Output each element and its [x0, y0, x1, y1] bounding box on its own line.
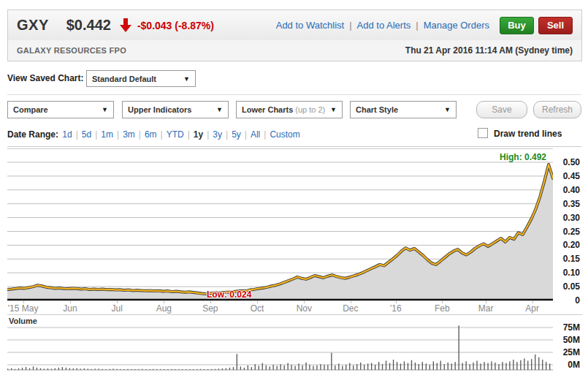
header-link-add-to-watchlist[interactable]: Add to Watchlist: [276, 20, 344, 31]
month-label: Sep: [202, 303, 218, 314]
volume-axis-label: 75M: [554, 322, 580, 333]
header-link-manage-orders[interactable]: Manage Orders: [424, 20, 489, 31]
quote-timestamp: Thu 21 Apr 2016 11:14 AM (Sydney time): [405, 45, 573, 56]
buy-button[interactable]: Buy: [500, 17, 534, 34]
compare-select[interactable]: Compare ▼: [7, 101, 114, 118]
month-label: Oct: [251, 303, 264, 314]
date-range-label: Date Range:: [7, 129, 58, 140]
last-price: $0.442: [66, 17, 111, 34]
chevron-down-icon: ▼: [183, 75, 190, 83]
price-axis-label: 0.30: [554, 213, 580, 223]
price-axis-label: 0.40: [554, 185, 580, 195]
range-separator: |: [226, 129, 228, 140]
price-down-arrow-icon: [120, 18, 131, 32]
sell-button[interactable]: Sell: [538, 17, 573, 34]
month-tick: [396, 300, 397, 303]
link-separator: |: [416, 20, 418, 31]
divider: [7, 314, 582, 315]
range-6m[interactable]: 6m: [145, 129, 157, 140]
quote-row: GXY $0.442 -$0.043 (-8.87%) Add to Watch…: [8, 10, 581, 41]
range-1y[interactable]: 1y: [194, 129, 203, 140]
divider: [7, 146, 581, 147]
upper-indicators-select[interactable]: Upper Indicators ▼: [122, 101, 229, 118]
upper-indicators-label: Upper Indicators: [128, 105, 191, 114]
price-chart[interactable]: [7, 148, 553, 301]
month-tick: [442, 300, 443, 303]
save-button[interactable]: Save: [476, 101, 527, 118]
price-axis-label: 0.20: [554, 240, 580, 250]
month-tick: [210, 300, 211, 303]
month-label: Jul: [111, 303, 122, 314]
month-label: Dec: [343, 303, 358, 314]
month-tick: [351, 300, 351, 303]
chevron-down-icon: ▼: [330, 106, 337, 113]
refresh-button[interactable]: Refresh: [533, 101, 581, 118]
view-saved-chart-label: View Saved Chart:: [7, 73, 83, 83]
month-label: Mar: [478, 303, 494, 314]
header-link-add-to-alerts[interactable]: Add to Alerts: [357, 20, 411, 31]
range-1d[interactable]: 1d: [62, 129, 72, 140]
quote-actions: Add to Watchlist|Add to Alerts|Manage Or…: [276, 20, 489, 31]
range-All[interactable]: All: [251, 129, 260, 140]
compare-label: Compare: [13, 105, 48, 114]
range-3y[interactable]: 3y: [213, 129, 222, 140]
link-separator: |: [349, 20, 351, 31]
range-Custom[interactable]: Custom: [270, 129, 299, 140]
lower-charts-select[interactable]: Lower Charts (up to 2) ▼: [236, 101, 343, 118]
month-tick: [117, 300, 118, 303]
range-separator: |: [95, 129, 97, 140]
chevron-down-icon: ▼: [216, 106, 223, 113]
month-tick: [23, 300, 24, 303]
range-separator: |: [117, 129, 119, 140]
chart-style-select[interactable]: Chart Style ▼: [350, 101, 457, 118]
range-5d[interactable]: 5d: [82, 129, 91, 140]
company-name: GALAXY RESOURCES FPO: [17, 46, 126, 55]
range-1m[interactable]: 1m: [101, 129, 113, 140]
price-axis-label: 0.10: [554, 268, 580, 278]
month-tick: [70, 300, 71, 303]
month-label: Feb: [435, 303, 450, 314]
price-axis-label: 0.15: [554, 254, 580, 264]
range-YTD[interactable]: YTD: [167, 129, 184, 140]
chevron-down-icon: ▼: [102, 106, 108, 113]
range-separator: |: [207, 129, 209, 140]
volume-axis-label: 50M: [554, 335, 580, 345]
range-separator: |: [139, 129, 141, 140]
month-label: '16: [390, 303, 402, 314]
stock-chart-page: GXY $0.442 -$0.043 (-8.87%) Add to Watch…: [0, 0, 588, 375]
month-tick: [257, 300, 258, 303]
month-label: Apr: [525, 303, 539, 314]
month-label: Aug: [156, 303, 172, 314]
range-separator: |: [161, 129, 163, 140]
price-change: -$0.043 (-8.87%): [137, 20, 214, 31]
volume-axis-label: 25M: [554, 347, 580, 357]
volume-axis-label: 0M: [554, 360, 580, 370]
lower-charts-suffix: (up to 2): [295, 105, 325, 114]
range-5y[interactable]: 5y: [232, 129, 241, 140]
range-3m[interactable]: 3m: [123, 129, 135, 140]
date-range-links: 1d|5d|1m|3m|6m|YTD|1y|3y|5y|All|Custom: [61, 129, 301, 140]
price-axis-label: 0: [554, 295, 580, 306]
ticker-symbol: GXY: [17, 17, 49, 34]
price-axis-label: 0.25: [554, 227, 580, 237]
chevron-down-icon: ▼: [444, 106, 451, 113]
month-tick: [486, 300, 486, 303]
draw-trend-lines-label: Draw trend lines: [494, 129, 562, 139]
date-range-row: Date Range: 1d|5d|1m|3m|6m|YTD|1y|3y|5y|…: [7, 129, 302, 140]
price-axis-label: 0.35: [554, 199, 580, 209]
range-separator: |: [76, 129, 78, 140]
month-label: '15 May: [8, 303, 39, 314]
range-separator: |: [264, 129, 266, 140]
company-row: GALAXY RESOURCES FPO Thu 21 Apr 2016 11:…: [8, 40, 581, 61]
range-separator: |: [188, 129, 190, 140]
price-axis-label: 0.05: [554, 281, 580, 292]
price-axis-label: 0.45: [554, 171, 580, 181]
month-label: Nov: [297, 303, 312, 314]
month-tick: [532, 300, 533, 303]
volume-chart[interactable]: [7, 316, 553, 371]
divider: [7, 94, 581, 95]
saved-chart-select[interactable]: Standard Default ▼: [86, 70, 196, 87]
price-axis-label: 0.50: [554, 157, 580, 167]
draw-trend-lines-checkbox[interactable]: [478, 128, 488, 138]
month-label: Jun: [63, 303, 77, 314]
